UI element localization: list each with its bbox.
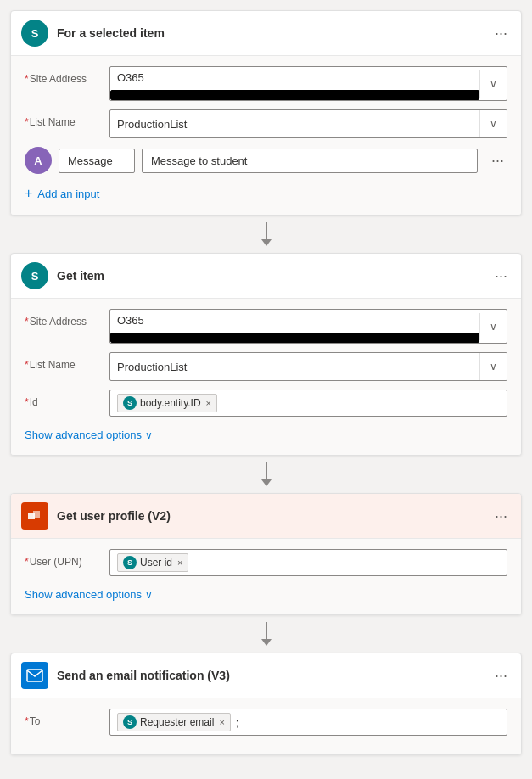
svg-rect-2 [27,670,42,681]
card2-site-address-label: *Site Address [25,309,101,328]
card2-id-row: *Id S body.entity.ID × [25,390,507,417]
card2-menu-button[interactable]: ··· [491,267,511,285]
card3-user-chip-close[interactable]: × [177,558,182,568]
card4-to-input-wrapper: S Requester email × ; [109,709,507,736]
card1-message-row: A Message Message to student ··· [25,147,507,174]
card2-list-name-value: ProductionList [110,356,479,378]
card1-list-name-row: *List Name ProductionList ∨ [25,109,507,138]
card2-site-address-dropdown[interactable]: O365 ∨ [109,309,507,344]
card4-title: Send an email notification (V3) [57,669,483,682]
card1-site-address-dropdown[interactable]: O365 ∨ [109,66,507,101]
card3-icon [21,502,48,530]
card4-body: *To S Requester email × ; [11,698,521,754]
card2-icon: S [21,262,48,289]
card4-menu-button[interactable]: ··· [491,667,511,685]
card1-site-address-input-wrapper: O365 ∨ [109,66,507,101]
card1-add-input-button[interactable]: + Add an input [25,182,507,205]
card2-id-tag-input[interactable]: S body.entity.ID × [109,390,507,417]
card2-id-chip-close[interactable]: × [206,398,211,408]
card2-list-name-label: *List Name [25,352,101,371]
card1-site-dropdown-arrow[interactable]: ∨ [479,70,507,98]
card3-user-chip: S User id × [117,553,188,572]
card1-menu-button[interactable]: ··· [491,25,511,42]
card1-header: S For a selected item ··· [11,11,521,56]
card2-body: *Site Address O365 ∨ [11,299,521,455]
card2-site-dropdown-arrow[interactable]: ∨ [479,313,507,340]
card-get-user-profile: Get user profile (V2) ··· *User (UPN) S … [10,493,522,615]
card3-user-tag-input[interactable]: S User id × [109,549,507,576]
card3-user-label: *User (UPN) [25,549,101,568]
card4-to-tag-input[interactable]: S Requester email × ; [109,709,507,736]
card3-chevron-down-icon: ∨ [145,589,153,601]
card1-avatar: A [25,147,52,174]
card2-id-label: *Id [25,390,101,408]
card2-list-dropdown-arrow[interactable]: ∨ [479,353,507,380]
card1-site-address-sub [110,90,479,100]
card4-header: Send an email notification (V3) ··· [11,653,521,698]
card2-list-name-input-wrapper: ProductionList ∨ [109,352,507,381]
card1-list-name-input-wrapper: ProductionList ∨ [109,109,507,138]
card-get-item: S Get item ··· *Site Address O365 [10,253,522,456]
card1-list-name-dropdown[interactable]: ProductionList ∨ [109,109,507,138]
card1-site-address-row: *Site Address O365 ∨ [25,66,507,101]
card2-title: Get item [57,269,483,283]
card2-id-input-wrapper: S body.entity.ID × [109,390,507,417]
card1-list-name-value: ProductionList [110,113,479,136]
card3-user-row: *User (UPN) S User id × [25,549,507,576]
card2-header: S Get item ··· [11,254,521,299]
plus-icon: + [25,186,32,201]
card1-message-menu-button[interactable]: ··· [488,152,507,170]
card3-title: Get user profile (V2) [57,509,483,523]
card4-to-semicolon: ; [236,716,239,729]
card2-list-name-row: *List Name ProductionList ∨ [25,352,507,381]
card2-chevron-down-icon: ∨ [145,429,153,441]
card1-site-address-value: O365 [110,67,479,88]
card3-body: *User (UPN) S User id × Show advanced op… [11,539,521,614]
card3-user-input-wrapper: S User id × [109,549,507,576]
card4-to-label: *To [25,709,101,727]
card1-body: *Site Address O365 ∨ [11,56,521,215]
card2-site-address-row: *Site Address O365 ∨ [25,309,507,344]
card4-to-row: *To S Requester email × ; [25,709,507,736]
card1-message-value-box[interactable]: Message to student [142,149,478,173]
office-icon-svg [26,507,43,524]
chip-icon-sharepoint: S [123,396,137,410]
card1-list-name-label: *List Name [25,109,101,128]
card-for-selected-item: S For a selected item ··· *Site Address … [10,10,522,216]
card3-header: Get user profile (V2) ··· [11,494,521,539]
card2-id-chip: S body.entity.ID × [117,394,217,412]
arrow-3 [261,615,272,653]
email-icon-svg [26,669,43,682]
card-send-email: Send an email notification (V3) ··· *To … [10,653,522,755]
card1-list-dropdown-arrow[interactable]: ∨ [479,110,507,137]
card1-icon: S [21,20,48,47]
card2-list-name-dropdown[interactable]: ProductionList ∨ [109,352,507,381]
card3-chip-icon-sharepoint: S [123,556,137,569]
card4-to-chip-close[interactable]: × [219,717,224,727]
card2-show-advanced[interactable]: Show advanced options ∨ [25,425,507,445]
card1-message-label-box: Message [59,149,135,173]
card4-chip-icon-sharepoint: S [123,715,137,729]
card4-icon [21,662,48,689]
arrow-2 [261,456,272,493]
card3-show-advanced[interactable]: Show advanced options ∨ [25,585,507,604]
svg-rect-1 [33,511,40,518]
card2-site-address-input-wrapper: O365 ∨ [109,309,507,344]
card2-site-address-sub [110,333,479,343]
card1-title: For a selected item [57,26,483,40]
card1-site-address-label: *Site Address [25,66,101,85]
arrow-1 [261,216,272,253]
card2-site-address-value: O365 [110,310,479,331]
card4-to-chip: S Requester email × [117,713,231,731]
card3-menu-button[interactable]: ··· [491,507,511,525]
